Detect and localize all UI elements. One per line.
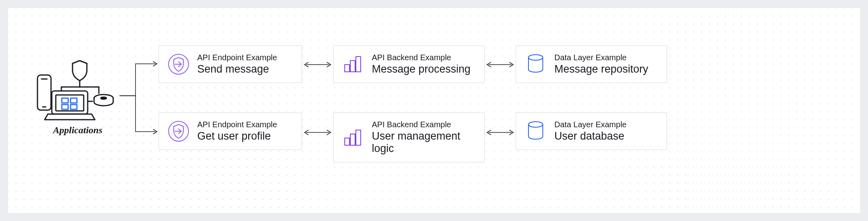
database-icon — [525, 120, 546, 142]
svg-point-5 — [101, 97, 106, 99]
svg-point-29 — [528, 122, 543, 127]
svg-rect-25 — [345, 138, 350, 145]
endpoint-title: Get user profile — [197, 130, 277, 142]
data-title: Message repository — [554, 63, 648, 75]
svg-point-22 — [528, 55, 543, 60]
svg-rect-20 — [356, 57, 361, 72]
shield-arrow-icon — [168, 120, 189, 142]
svg-rect-8 — [56, 95, 84, 111]
diagram-canvas: Applications API Endpoint Example Send m… — [8, 8, 860, 213]
svg-rect-18 — [345, 65, 350, 72]
data-subtitle: Data Layer Example — [554, 120, 626, 129]
svg-rect-13 — [37, 75, 51, 110]
bidir-arrow — [486, 61, 514, 69]
applications-label: Applications — [36, 125, 120, 136]
endpoint-subtitle: API Endpoint Example — [197, 120, 277, 129]
svg-rect-19 — [350, 61, 355, 72]
data-box-row1: Data Layer Example Message repository — [516, 45, 667, 83]
shield-arrow-icon — [168, 53, 189, 75]
bar-chart-icon — [342, 127, 364, 148]
database-icon — [525, 53, 546, 75]
bidir-arrow — [304, 61, 332, 69]
bidir-arrow — [486, 128, 514, 136]
backend-title: Message processing — [372, 63, 471, 75]
backend-subtitle: API Backend Example — [372, 120, 475, 129]
data-subtitle: Data Layer Example — [554, 53, 648, 62]
svg-rect-26 — [350, 134, 355, 145]
devices-icon — [36, 60, 120, 122]
endpoint-box-row2: API Endpoint Example Get user profile — [159, 112, 302, 150]
data-box-row2: Data Layer Example User database — [516, 112, 667, 150]
bidir-arrow — [304, 128, 332, 136]
backend-title: User management logic — [372, 130, 475, 155]
branch-connector — [120, 56, 159, 144]
data-title: User database — [554, 130, 626, 142]
bar-chart-icon — [342, 53, 364, 75]
backend-box-row2: API Backend Example User management logi… — [333, 112, 485, 162]
endpoint-subtitle: API Endpoint Example — [197, 53, 277, 62]
endpoint-box-row1: API Endpoint Example Send message — [159, 45, 302, 83]
backend-subtitle: API Backend Example — [372, 53, 471, 62]
endpoint-title: Send message — [197, 63, 277, 75]
backend-box-row1: API Backend Example Message processing — [333, 45, 485, 83]
svg-rect-27 — [356, 130, 361, 145]
applications-cluster: Applications — [36, 60, 120, 136]
